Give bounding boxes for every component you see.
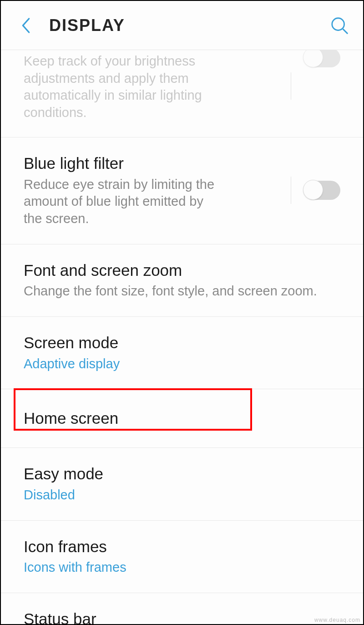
item-desc: Change the font size, font style, and sc… [24, 283, 331, 300]
toggle-separator [291, 72, 291, 100]
svg-line-1 [343, 29, 348, 34]
search-icon[interactable] [329, 15, 349, 36]
back-icon[interactable] [21, 17, 31, 34]
screen-frame: DISPLAY Keep track of your brightness ad… [0, 0, 364, 625]
item-title: Screen mode [24, 333, 331, 353]
item-home-screen[interactable]: Home screen [1, 389, 363, 448]
auto-brightness-toggle[interactable] [304, 50, 340, 67]
settings-content: Keep track of your brightness adjustment… [1, 50, 363, 624]
settings-list: Keep track of your brightness adjustment… [1, 50, 363, 624]
item-blue-light-filter[interactable]: Blue light filter Reduce eye strain by l… [1, 137, 363, 244]
item-desc: Reduce eye strain by limiting the amount… [24, 176, 224, 228]
item-auto-brightness[interactable]: Keep track of your brightness adjustment… [1, 50, 363, 137]
item-value: Adaptive display [24, 356, 331, 373]
item-title: Icon frames [24, 537, 331, 557]
item-title: Home screen [24, 408, 331, 428]
item-title: Font and screen zoom [24, 260, 331, 280]
item-value: Disabled [24, 487, 331, 504]
item-title: Easy mode [24, 464, 331, 484]
item-screen-mode[interactable]: Screen mode Adaptive display [1, 317, 363, 389]
toggle-separator [291, 177, 291, 204]
item-easy-mode[interactable]: Easy mode Disabled [1, 448, 363, 520]
item-value: Icons with frames [24, 559, 331, 576]
item-title: Status bar [24, 609, 331, 624]
item-title: Blue light filter [24, 153, 282, 173]
item-desc: Keep track of your brightness adjustment… [24, 53, 251, 122]
app-header: DISPLAY [1, 1, 363, 50]
item-icon-frames[interactable]: Icon frames Icons with frames [1, 521, 363, 593]
blue-light-toggle[interactable] [304, 181, 340, 200]
item-font-screen-zoom[interactable]: Font and screen zoom Change the font siz… [1, 244, 363, 317]
toggle-knob [303, 180, 323, 200]
toggle-knob [303, 50, 323, 67]
page-title: DISPLAY [49, 16, 125, 35]
svg-point-0 [332, 18, 344, 30]
watermark: www.deuaq.com [314, 617, 360, 623]
item-status-bar[interactable]: Status bar [1, 593, 363, 624]
